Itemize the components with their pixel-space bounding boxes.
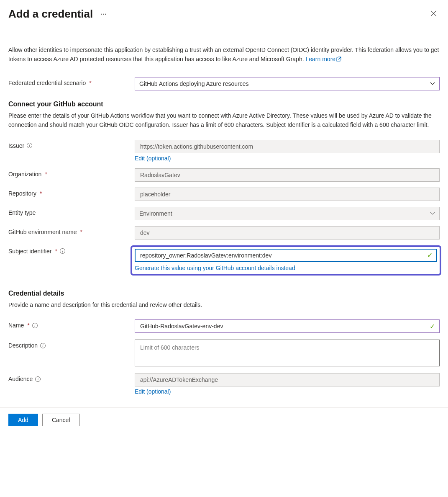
more-menu-icon[interactable]: ··· [100, 10, 107, 18]
description-textarea[interactable] [139, 343, 435, 363]
external-link-icon [336, 55, 341, 60]
learn-more-link[interactable]: Learn more [305, 56, 341, 62]
intro-text: Allow other identities to impersonate th… [8, 46, 440, 64]
check-icon: ✓ [427, 251, 433, 259]
name-label: Name [8, 322, 24, 329]
issuer-input [135, 140, 440, 153]
scenario-select[interactable]: GitHub Actions deploying Azure resources [135, 77, 440, 90]
repo-label: Repository [8, 190, 36, 197]
page-title: Add a credential [8, 8, 93, 21]
entity-select[interactable]: Environment [135, 207, 440, 220]
entity-label: Entity type [8, 209, 36, 216]
name-value[interactable] [139, 322, 427, 330]
description-label: Description [8, 342, 38, 349]
connect-desc: Please enter the details of your GitHub … [8, 111, 440, 129]
audience-label: Audience [8, 376, 33, 382]
add-button[interactable]: Add [8, 414, 38, 426]
intro-body: Allow other identities to impersonate th… [8, 46, 439, 62]
subject-highlight: ✓ Generate this value using your GitHub … [131, 245, 441, 276]
info-icon[interactable]: i [27, 143, 32, 148]
details-desc: Provide a name and description for this … [8, 301, 440, 310]
chevron-down-icon [430, 211, 435, 216]
required-marker: * [40, 190, 42, 197]
audience-input [135, 373, 440, 386]
info-icon[interactable]: i [40, 343, 46, 348]
info-icon[interactable]: i [35, 376, 41, 382]
required-marker: * [55, 248, 57, 255]
generate-link[interactable]: Generate this value using your GitHub ac… [135, 265, 295, 271]
name-input[interactable]: ✓ [135, 319, 440, 333]
entity-value: Environment [139, 210, 172, 217]
issuer-value [139, 143, 435, 150]
check-icon: ✓ [430, 322, 435, 330]
org-input[interactable] [135, 168, 440, 182]
chevron-down-icon [430, 81, 435, 86]
scenario-label: Federated credential scenario [8, 80, 86, 86]
audience-value [139, 376, 435, 384]
env-value[interactable] [139, 229, 435, 237]
env-label: GitHub environment name [8, 229, 77, 235]
audience-edit-link[interactable]: Edit (optional) [135, 388, 171, 395]
subject-value[interactable] [139, 252, 425, 259]
org-value[interactable] [139, 171, 435, 179]
required-marker: * [45, 171, 47, 178]
info-icon[interactable]: i [32, 323, 38, 328]
org-label: Organization [8, 171, 41, 178]
info-icon[interactable]: i [60, 248, 65, 254]
details-heading: Credential details [8, 290, 440, 297]
issuer-label: Issuer [8, 142, 24, 149]
scenario-value: GitHub Actions deploying Azure resources [139, 80, 248, 87]
issuer-edit-link[interactable]: Edit (optional) [135, 155, 171, 162]
required-marker: * [89, 80, 91, 86]
connect-heading: Connect your GitHub account [8, 100, 440, 108]
description-input[interactable] [135, 340, 440, 366]
required-marker: * [27, 322, 29, 329]
required-marker: * [80, 229, 82, 235]
env-input[interactable] [135, 226, 440, 239]
subject-label: Subject identifier [8, 248, 52, 255]
cancel-button[interactable]: Cancel [42, 414, 80, 426]
repo-input[interactable] [135, 188, 440, 201]
subject-input[interactable]: ✓ [135, 249, 437, 262]
repo-value[interactable] [139, 191, 435, 198]
close-icon[interactable] [430, 10, 437, 17]
